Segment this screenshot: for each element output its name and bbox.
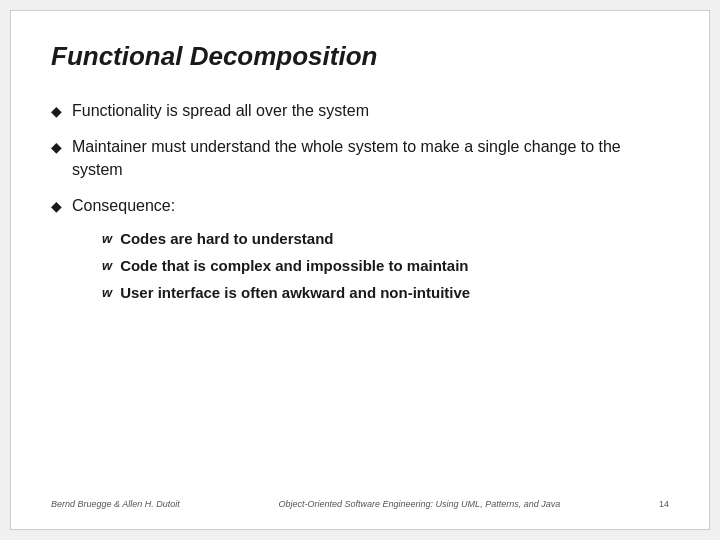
bullet-item-3: ◆ Consequence: w Codes are hard to under… xyxy=(51,195,669,302)
slide-title: Functional Decomposition xyxy=(51,41,669,72)
content-area: ◆ Functionality is spread all over the s… xyxy=(51,100,669,489)
bullet-text-2: Maintainer must understand the whole sys… xyxy=(72,136,669,181)
sub-bullet-text-3: User interface is often awkward and non-… xyxy=(120,282,470,303)
bullet-text-3: Consequence: xyxy=(72,197,175,214)
sub-bullet-icon-2: w xyxy=(102,257,112,275)
bullet-diamond-2: ◆ xyxy=(51,138,62,158)
bullet-text-1: Functionality is spread all over the sys… xyxy=(72,100,669,122)
bullet-diamond-3: ◆ xyxy=(51,197,62,217)
footer-page: 14 xyxy=(659,499,669,509)
sub-bullet-icon-1: w xyxy=(102,230,112,248)
sub-bullet-icon-3: w xyxy=(102,284,112,302)
footer: Bernd Bruegge & Allen H. Dutoit Object-O… xyxy=(51,489,669,509)
bullet-item-1: ◆ Functionality is spread all over the s… xyxy=(51,100,669,122)
sub-bullet-text-2: Code that is complex and impossible to m… xyxy=(120,255,468,276)
footer-center: Object-Oriented Software Engineering: Us… xyxy=(279,499,561,509)
bullet-item-2: ◆ Maintainer must understand the whole s… xyxy=(51,136,669,181)
sub-bullet-item-1: w Codes are hard to understand xyxy=(102,228,669,249)
bullet-diamond-1: ◆ xyxy=(51,102,62,122)
sub-bullet-item-3: w User interface is often awkward and no… xyxy=(102,282,669,303)
slide: Functional Decomposition ◆ Functionality… xyxy=(10,10,710,530)
sub-bullets: w Codes are hard to understand w Code th… xyxy=(102,228,669,303)
footer-left: Bernd Bruegge & Allen H. Dutoit xyxy=(51,499,180,509)
sub-bullet-text-1: Codes are hard to understand xyxy=(120,228,333,249)
sub-bullet-item-2: w Code that is complex and impossible to… xyxy=(102,255,669,276)
